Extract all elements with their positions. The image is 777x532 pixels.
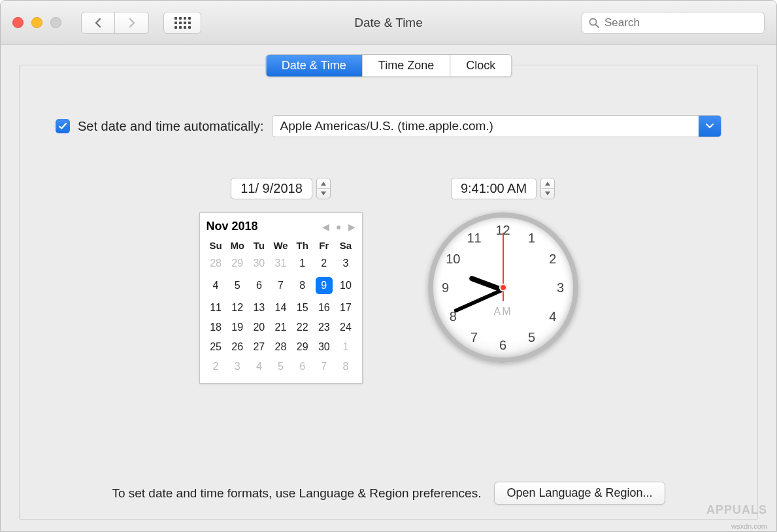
time-step-down[interactable] (541, 188, 554, 198)
caret-down-icon (545, 191, 550, 195)
checkmark-icon (58, 122, 67, 131)
calendar-day[interactable]: 17 (335, 298, 356, 318)
analog-clock[interactable]: AM 123456789101112 (428, 212, 578, 363)
clock-numeral: 5 (528, 330, 535, 345)
zoom-window-button[interactable] (50, 17, 61, 28)
calendar-day[interactable]: 29 (227, 254, 248, 273)
date-step-up[interactable] (317, 178, 330, 188)
calendar-prev-button[interactable]: ◀ (322, 222, 329, 232)
time-step-up[interactable] (541, 178, 554, 188)
calendar-day[interactable]: 12 (227, 298, 248, 318)
clock-numeral: 1 (528, 230, 535, 245)
minimize-window-button[interactable] (31, 17, 42, 28)
calendar-day[interactable]: 10 (335, 273, 356, 298)
time-field[interactable]: 9:41:00 AM (451, 178, 537, 199)
open-language-region-button[interactable]: Open Language & Region... (494, 482, 665, 505)
calendar-day[interactable]: 21 (270, 318, 291, 337)
calendar-day[interactable]: 7 (270, 273, 291, 298)
clock-center-dot (499, 284, 507, 291)
calendar-day[interactable]: 19 (227, 318, 248, 337)
calendar-day[interactable]: 14 (270, 298, 291, 318)
main-panel: Date & Time Time Zone Clock Set date and… (19, 65, 758, 520)
search-input[interactable] (604, 16, 757, 29)
time-server-value: Apple Americas/U.S. (time.apple.com.) (273, 119, 699, 133)
caret-up-icon (321, 182, 326, 186)
time-column: 9:41:00 AM AM (428, 178, 578, 384)
back-button[interactable] (81, 12, 115, 34)
calendar-day[interactable]: 30 (313, 337, 335, 357)
calendar-day[interactable]: 4 (205, 273, 227, 298)
clock-ampm: AM (494, 306, 512, 318)
clock-numeral: 3 (557, 280, 564, 295)
calendar-day[interactable]: 5 (270, 357, 291, 376)
calendar-day[interactable]: 1 (335, 337, 356, 357)
calendar-today-button[interactable]: ● (336, 222, 341, 232)
chevron-down-icon (706, 124, 714, 129)
calendar-day[interactable]: 1 (291, 254, 313, 273)
calendar-nav: ◀ ● ▶ (322, 222, 355, 232)
footer-row: To set date and time formats, use Langua… (20, 482, 757, 505)
chevron-left-icon (94, 18, 102, 28)
date-step-down[interactable] (317, 188, 330, 198)
calendar-day[interactable]: 20 (248, 318, 270, 337)
date-field[interactable]: 11/ 9/2018 (231, 178, 312, 199)
calendar-day[interactable]: 3 (227, 357, 248, 376)
auto-set-checkbox[interactable] (56, 119, 70, 133)
calendar-day[interactable]: 25 (205, 337, 227, 357)
date-column: 11/ 9/2018 Nov 2018 ◀ ● ▶ (199, 178, 363, 384)
tab-clock[interactable]: Clock (450, 55, 511, 76)
grid-icon (174, 17, 191, 29)
calendar-day[interactable]: 27 (248, 337, 270, 357)
calendar-day[interactable]: 6 (248, 273, 270, 298)
calendar-day[interactable]: 18 (205, 318, 227, 337)
clock-numeral: 6 (499, 338, 506, 353)
calendar-day[interactable]: 11 (205, 298, 227, 318)
tab-date-time[interactable]: Date & Time (266, 55, 362, 76)
watermark-site: wsxdn.com (731, 522, 767, 530)
calendar-day[interactable]: 13 (248, 298, 270, 318)
forward-button[interactable] (115, 12, 149, 34)
calendar-day[interactable]: 23 (313, 318, 335, 337)
calendar-day[interactable]: 28 (270, 337, 291, 357)
clock-face: AM 123456789101112 (428, 212, 578, 363)
calendar-day[interactable]: 26 (227, 337, 248, 357)
time-server-select[interactable]: Apple Americas/U.S. (time.apple.com.) (272, 115, 721, 137)
calendar-header: Nov 2018 ◀ ● ▶ (205, 218, 357, 237)
close-window-button[interactable] (12, 17, 24, 28)
calendar-weekday: Tu (248, 237, 270, 254)
calendar-day[interactable]: 22 (291, 318, 313, 337)
calendar-day[interactable]: 2 (205, 357, 227, 376)
calendar-weekday: Su (205, 237, 227, 254)
calendar-next-button[interactable]: ▶ (348, 222, 355, 232)
calendar-weekday: Th (291, 237, 313, 254)
calendar-day[interactable]: 7 (313, 357, 335, 376)
tab-time-zone[interactable]: Time Zone (362, 55, 450, 76)
calendar-day[interactable]: 29 (291, 337, 313, 357)
calendar: Nov 2018 ◀ ● ▶ SuMoTuWeThFrSa 2829303112… (199, 212, 363, 384)
watermark-brand: APPUALS (706, 503, 767, 517)
svg-line-1 (596, 24, 599, 27)
calendar-day[interactable]: 3 (335, 254, 356, 273)
calendar-day[interactable]: 24 (335, 318, 356, 337)
clock-numeral: 8 (450, 309, 457, 324)
dropdown-button[interactable] (699, 116, 721, 137)
show-all-button[interactable] (163, 12, 201, 34)
calendar-day[interactable]: 30 (248, 254, 270, 273)
calendar-day[interactable]: 15 (291, 298, 313, 318)
calendar-day[interactable]: 31 (270, 254, 291, 273)
footer-hint: To set date and time formats, use Langua… (112, 486, 481, 501)
calendar-day[interactable]: 2 (313, 254, 335, 273)
calendar-weekday: We (270, 237, 291, 254)
calendar-day[interactable]: 8 (291, 273, 313, 298)
calendar-day[interactable]: 5 (227, 273, 248, 298)
time-stepper: 9:41:00 AM (451, 178, 555, 199)
calendar-day[interactable]: 28 (205, 254, 227, 273)
calendar-grid: SuMoTuWeThFrSa 2829303112345678910111213… (205, 237, 357, 376)
calendar-day[interactable]: 9 (313, 273, 335, 298)
search-field[interactable] (582, 12, 765, 34)
calendar-day[interactable]: 16 (313, 298, 335, 318)
calendar-day[interactable]: 8 (335, 357, 356, 376)
tab-selector: Date & Time Time Zone Clock (265, 54, 512, 77)
calendar-day[interactable]: 6 (291, 357, 313, 376)
calendar-day[interactable]: 4 (248, 357, 270, 376)
